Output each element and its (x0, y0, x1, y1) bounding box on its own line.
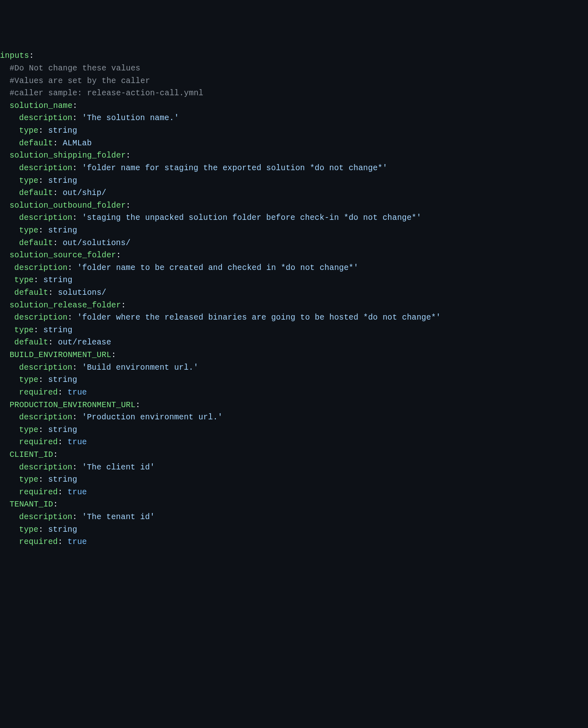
code-line: inputs: (0, 50, 588, 62)
code-line: solution_outbound_folder: (0, 200, 588, 212)
token-key: default (14, 338, 48, 347)
token-key: solution_source_folder (9, 251, 116, 260)
token-bool: true (68, 388, 87, 397)
token-value: string (48, 375, 77, 384)
token-key: required (19, 388, 58, 397)
token-colon: : (34, 276, 44, 285)
code-line: type: string (0, 474, 588, 486)
token-key: type (14, 326, 34, 335)
token-key: solution_release_folder (9, 301, 121, 310)
token-string: 'Production environment url.' (82, 413, 223, 422)
token-string: 'The solution name.' (82, 114, 179, 123)
token-key: type (19, 525, 39, 534)
code-line: default: out/release (0, 336, 588, 349)
yaml-code-block: inputs:#Do Not change these values#Value… (0, 50, 588, 548)
code-line: CLIENT_ID: (0, 449, 588, 461)
code-line: type: string (0, 424, 588, 436)
token-colon: : (126, 201, 131, 210)
code-line: default: out/ship/ (0, 187, 588, 200)
token-string: 'folder where the released binaries are … (77, 313, 441, 322)
token-key: type (19, 375, 39, 384)
code-line: description: 'Production environment url… (0, 411, 588, 424)
token-string: 'staging the unpacked solution folder be… (82, 213, 421, 222)
code-line: description: 'staging the unpacked solut… (0, 212, 588, 224)
code-line: default: solutions/ (0, 287, 588, 299)
token-colon: : (38, 475, 48, 484)
token-colon: : (29, 51, 34, 60)
token-key: required (19, 537, 58, 546)
token-colon: : (72, 164, 82, 173)
token-colon: : (126, 151, 131, 160)
token-colon: : (38, 525, 48, 534)
token-key: description (19, 213, 72, 222)
token-colon: : (116, 251, 121, 260)
token-colon: : (53, 239, 63, 248)
token-bool: true (68, 438, 87, 447)
token-colon: : (72, 114, 82, 123)
code-line: #caller sample: release-action-call.ymnl (0, 87, 588, 100)
code-line: #Values are set by the caller (0, 75, 588, 88)
token-string: 'folder name to be created and checked i… (77, 263, 358, 272)
token-colon: : (72, 363, 82, 372)
token-key: description (19, 363, 72, 372)
token-value: out/release (58, 338, 111, 347)
code-line: #Do Not change these values (0, 62, 588, 75)
token-bool: true (68, 488, 87, 497)
code-line: BUILD_ENVIRONMENT_URL: (0, 349, 588, 362)
token-value: string (44, 276, 72, 285)
token-string: 'The tenant id' (82, 513, 155, 522)
token-value: string (48, 475, 77, 484)
token-value: ALMLab (63, 139, 92, 148)
token-key: default (19, 239, 53, 248)
token-key: CLIENT_ID (9, 450, 53, 459)
token-colon: : (58, 537, 68, 546)
code-line: type: string (0, 224, 588, 237)
token-value: string (48, 525, 77, 534)
token-key: required (19, 438, 58, 447)
code-line: type: string (0, 324, 588, 337)
token-key: default (19, 189, 53, 197)
token-colon: : (58, 388, 68, 397)
code-line: required: true (0, 436, 588, 449)
token-colon: : (72, 213, 82, 222)
token-key: BUILD_ENVIRONMENT_URL (9, 351, 111, 360)
token-colon: : (53, 139, 63, 148)
token-colon: : (72, 463, 82, 472)
token-colon: : (48, 288, 58, 297)
token-key: type (19, 425, 39, 434)
token-value: out/solutions/ (63, 239, 131, 248)
token-colon: : (68, 313, 77, 322)
code-line: type: string (0, 374, 588, 386)
code-line: default: ALMLab (0, 137, 588, 150)
token-value: string (48, 176, 77, 185)
token-string: 'Build environment url.' (82, 363, 199, 372)
token-value: solutions/ (58, 288, 106, 297)
token-colon: : (121, 301, 126, 310)
code-line: solution_name: (0, 100, 588, 112)
token-colon: : (136, 401, 140, 410)
token-colon: : (68, 263, 77, 272)
token-colon: : (58, 438, 68, 447)
token-key: solution_shipping_folder (9, 151, 126, 160)
code-line: default: out/solutions/ (0, 237, 588, 250)
token-colon: : (48, 338, 58, 347)
code-line: solution_shipping_folder: (0, 149, 588, 162)
code-line: TENANT_ID: (0, 498, 588, 511)
code-line: solution_source_folder: (0, 249, 588, 262)
code-line: solution_release_folder: (0, 299, 588, 312)
token-key: type (19, 226, 39, 235)
token-colon: : (38, 375, 48, 384)
token-key: required (19, 488, 58, 497)
code-line: required: true (0, 386, 588, 399)
token-key: type (14, 276, 34, 285)
code-line: PRODUCTION_ENVIRONMENT_URL: (0, 399, 588, 412)
code-line: type: string (0, 175, 588, 187)
code-line: type: string (0, 274, 588, 287)
code-line: description: 'The client id' (0, 461, 588, 474)
token-key: description (14, 313, 68, 322)
code-line: description: 'folder name to be created … (0, 262, 588, 274)
token-comment: #caller sample: release-action-call.ymnl (9, 89, 203, 98)
code-line: description: 'folder where the released … (0, 311, 588, 324)
token-colon: : (72, 513, 82, 522)
token-string: 'folder name for staging the exported so… (82, 164, 388, 173)
